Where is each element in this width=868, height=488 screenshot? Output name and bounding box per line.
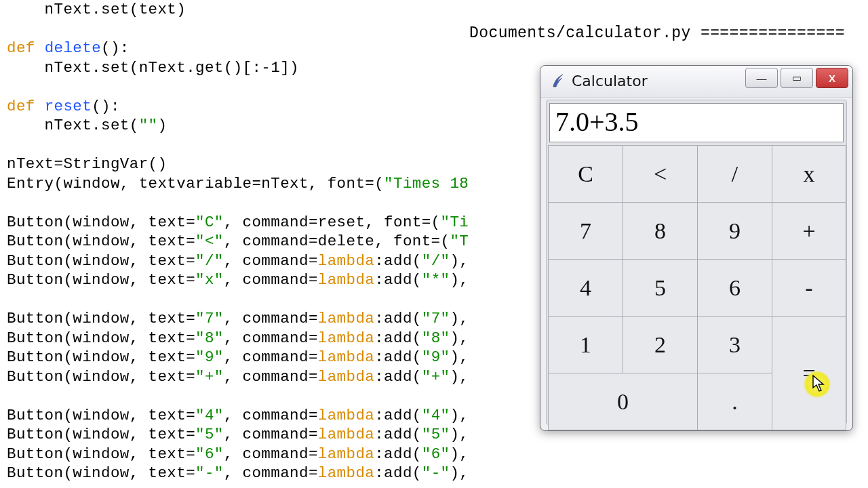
maximize-button[interactable]: ▭ xyxy=(781,68,813,88)
digit-4-button[interactable]: 4 xyxy=(548,259,623,317)
digit-9-button[interactable]: 9 xyxy=(697,202,772,260)
digit-1-button[interactable]: 1 xyxy=(548,316,623,373)
close-button[interactable]: X xyxy=(816,68,848,88)
display-entry[interactable]: 7.0+3.5 xyxy=(549,103,844,142)
close-icon: X xyxy=(829,73,835,84)
maximize-icon: ▭ xyxy=(792,72,802,84)
decimal-button[interactable]: . xyxy=(697,373,772,430)
digit-6-button[interactable]: 6 xyxy=(697,259,772,317)
minimize-button[interactable]: — xyxy=(745,68,778,88)
multiply-button[interactable]: x xyxy=(772,145,846,203)
shell-output-header: Documents/calculator.py =============== xyxy=(469,24,845,42)
digit-2-button[interactable]: 2 xyxy=(623,316,698,373)
button-grid: C < / x 7 8 9 + 4 5 6 - 1 2 3 = 0 xyxy=(548,145,845,423)
code-text: nText.set(text) def delete(): nText.set(… xyxy=(7,0,487,483)
digit-5-button[interactable]: 5 xyxy=(623,259,698,317)
digit-8-button[interactable]: 8 xyxy=(623,202,698,260)
calculator-window: Calculator — ▭ X 7.0+3.5 C < / x 7 8 9 + xyxy=(540,65,853,431)
digit-7-button[interactable]: 7 xyxy=(548,202,623,260)
equals-button[interactable]: = xyxy=(772,316,846,430)
calculator-body: 7.0+3.5 C < / x 7 8 9 + 4 5 6 - 1 2 xyxy=(546,100,847,425)
digit-0-button[interactable]: 0 xyxy=(548,373,698,430)
add-button[interactable]: + xyxy=(772,202,846,260)
backspace-button[interactable]: < xyxy=(623,145,698,203)
titlebar[interactable]: Calculator — ▭ X xyxy=(540,66,852,98)
digit-3-button[interactable]: 3 xyxy=(697,316,772,373)
code-editor[interactable]: nText.set(text) def delete(): nText.set(… xyxy=(7,0,487,488)
tk-feather-icon xyxy=(550,73,566,89)
divide-button[interactable]: / xyxy=(697,145,772,203)
window-title: Calculator xyxy=(572,73,648,89)
subtract-button[interactable]: - xyxy=(772,259,846,317)
minimize-icon: — xyxy=(757,73,767,84)
clear-button[interactable]: C xyxy=(548,145,623,203)
